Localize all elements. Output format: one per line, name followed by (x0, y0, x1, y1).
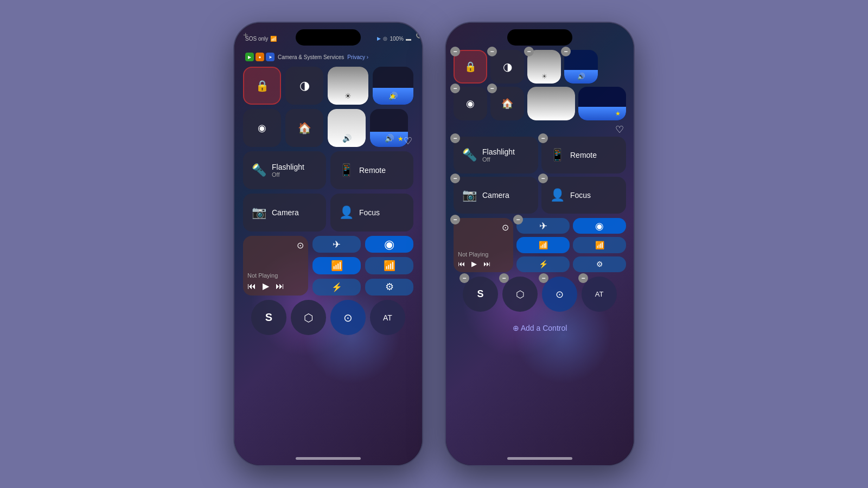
phone2-remote-wrapper: − 📱 Remote (541, 137, 626, 174)
phone1-heart-icon[interactable]: ♡ (404, 135, 412, 147)
phone1-rewind-btn[interactable]: ⏮ (247, 281, 256, 291)
phone2-media-section: − ⊙ Not Playing ⏮ ▶ ⏭ − (454, 218, 626, 272)
phone1-brightness-slider2[interactable]: 🔊 (328, 109, 366, 147)
phone1-lock-icon: 🔒 (256, 79, 269, 92)
phone2-brightness-minus[interactable]: − (524, 47, 534, 56)
phone2-remote-btn[interactable]: 📱 Remote (541, 137, 626, 174)
phone1-remote-btn[interactable]: 📱 Remote (330, 151, 413, 189)
phone2-layers-minus[interactable]: − (499, 273, 509, 283)
phone1-layers-btn[interactable]: ⬡ (291, 300, 326, 335)
phone1-screenrecord-btn[interactable]: ◉ (243, 109, 281, 147)
phone1-settings-icon: ⚙ (385, 281, 394, 293)
phone1-volume-slider[interactable]: 🔊 ★ (373, 67, 413, 105)
phone1-focus-btn[interactable]: 👤 Focus (330, 194, 413, 232)
phone2-shazam-minus[interactable]: − (459, 273, 469, 283)
phone1-bluetooth-btn[interactable]: ⚡ (312, 279, 361, 296)
phone1-power-button[interactable]: ⏻ (416, 30, 423, 39)
phone1-now-playing-card[interactable]: ⊙ Not Playing ⏮ ▶ ⏭ (243, 236, 308, 296)
phone1-facetime-icon: ▶ (245, 53, 254, 61)
phone1-camera-icon: 📷 (252, 206, 266, 220)
phone2-translate-minus[interactable]: − (578, 273, 588, 283)
phone1-wifi-btn[interactable]: 📶 (312, 257, 361, 274)
phone1-translate-icon: AT (383, 313, 392, 322)
phone1-add-button[interactable]: + (243, 30, 248, 40)
phone2-volume-minus[interactable]: − (561, 47, 571, 56)
phone1-shazam-btn[interactable]: S (251, 300, 286, 335)
phone2-settings2-icon: ⚙ (596, 260, 603, 268)
phone2-nowplaying-wrapper: − ⊙ Not Playing ⏮ ▶ ⏭ (454, 218, 513, 272)
phone1-bottom-icons: S ⬡ ⊙ AT (243, 300, 413, 335)
phone2-home-indicator (507, 457, 572, 460)
phone2-bottom-icons: − S − ⬡ − ⊙ − (454, 277, 626, 312)
phone2-record-btn[interactable]: ⊙ (542, 277, 577, 312)
phone1-brightness-slider[interactable]: ☀ (328, 67, 368, 105)
phone1-home-btn[interactable]: 🏠 (285, 109, 323, 147)
phone2-flashlight-btn[interactable]: 🔦 Flashlight Off (454, 137, 538, 174)
phone1-signal-btn[interactable]: 📶 (365, 257, 413, 274)
phone2-camera-minus[interactable]: − (450, 174, 460, 183)
phone2-add-control-btn[interactable]: ⊕ Add a Control (454, 317, 626, 339)
phone1-privacy-link[interactable]: Privacy › (347, 54, 368, 60)
phone1-forward-btn[interactable]: ⏭ (276, 281, 284, 291)
phone1-record-icon: ⊙ (343, 311, 353, 324)
phone1-airplay-icon: ⊙ (297, 240, 304, 251)
phone2-wifi-btn[interactable]: 📶 (516, 237, 570, 253)
phone2-shazam-btn[interactable]: S (463, 277, 498, 312)
phone1-connectivity-grid: ✈ ◉ 📶 📶 ⚡ ⚙ (312, 236, 413, 296)
phone2-volume-wrapper: − 🔊 (564, 50, 598, 84)
phone2-flashlight-label: Flashlight (482, 147, 515, 156)
phone2-play-btn[interactable]: ▶ (471, 260, 477, 268)
phone2-bluetooth-btn[interactable]: ⚡ (516, 256, 570, 272)
phone2-focus-minus[interactable]: − (538, 174, 548, 183)
phone2-darkmode-minus[interactable]: − (487, 47, 497, 56)
phone2-signal-btn[interactable]: 📶 (573, 237, 626, 253)
phone2-screenrecord-minus[interactable]: − (450, 84, 460, 93)
phone1-translate-btn[interactable]: AT (370, 300, 405, 335)
phone1-settings-btn[interactable]: ⚙ (365, 279, 413, 296)
phone2-rewind-btn[interactable]: ⏮ (458, 260, 465, 268)
phone1-wifi-circle-icon: ◉ (384, 237, 394, 252)
phone2-wifi-circle-btn[interactable]: ◉ (573, 218, 626, 234)
phone2-flashlight-remote-row: − 🔦 Flashlight Off − 📱 Remote (454, 137, 626, 174)
phone2-translate-btn[interactable]: AT (582, 277, 617, 312)
phone2-camera-btn[interactable]: 📷 Camera (454, 177, 538, 214)
phone1-shazam-icon: S (265, 311, 272, 324)
phone2-connectivity-minus[interactable]: − (513, 215, 523, 224)
phone2-screenrecord-icon: ◉ (466, 98, 475, 110)
phone2-translate-wrapper: − AT (582, 277, 617, 312)
phone1-star2-icon: ★ (398, 135, 404, 143)
phone2-layers-btn[interactable]: ⬡ (502, 277, 538, 312)
phone1-flashlight-icon: 🔦 (252, 163, 266, 177)
phone1-record-btn[interactable]: ⊙ (330, 300, 366, 335)
phone2-nowplaying-minus[interactable]: − (450, 215, 460, 224)
phone2-home-minus[interactable]: − (487, 84, 497, 93)
phone2-remote-minus[interactable]: − (538, 133, 548, 143)
phone2-flashlight-text: Flashlight Off (482, 147, 515, 163)
phone2-forward-btn[interactable]: ⏭ (483, 260, 490, 268)
phone2-settings2-btn[interactable]: ⚙ (573, 256, 626, 272)
phone1-lock-btn[interactable]: 🔒 (243, 67, 281, 105)
phone2-focus-wrapper: − 👤 Focus (541, 177, 626, 214)
phone1-volume2-icon: 🔊 (385, 134, 394, 143)
phone2-lock-minus[interactable]: − (450, 47, 460, 56)
phone2-volume2-slider[interactable]: ★ (578, 87, 626, 120)
phone1-brightness-icon: ☀ (344, 92, 352, 100)
phone1-flashlight-sub: Off (272, 171, 304, 178)
phone2-airplay-icon: ⊙ (502, 222, 509, 233)
phone1-airplane-btn[interactable]: ✈ (312, 236, 361, 253)
phone2-focus-btn[interactable]: 👤 Focus (541, 177, 626, 214)
phone1-wifi-circle-btn[interactable]: ◉ (365, 236, 413, 253)
phone1-play-btn[interactable]: ▶ (263, 281, 269, 291)
phone2-brightness2-slider[interactable] (527, 87, 575, 120)
phone2-heart-icon[interactable]: ♡ (615, 124, 624, 135)
phone2-airplane-btn[interactable]: ✈ (516, 218, 570, 234)
phone1-remote-icon: 📱 (339, 163, 354, 177)
phone1-camera-focus-row: 📷 Camera 👤 Focus (243, 194, 413, 232)
phone1-camera-btn[interactable]: 📷 Camera (243, 194, 326, 232)
phone1-volume-slider2[interactable]: 🔊 ★ (370, 109, 408, 147)
phone2-flashlight-minus[interactable]: − (450, 133, 460, 143)
phone1-flashlight-btn[interactable]: 🔦 Flashlight Off (243, 151, 326, 189)
phone2-now-playing-card[interactable]: ⊙ Not Playing ⏮ ▶ ⏭ (454, 218, 513, 272)
phone2-record-minus[interactable]: − (539, 273, 548, 283)
phone1-darkmode-btn[interactable]: ◑ (285, 67, 323, 105)
